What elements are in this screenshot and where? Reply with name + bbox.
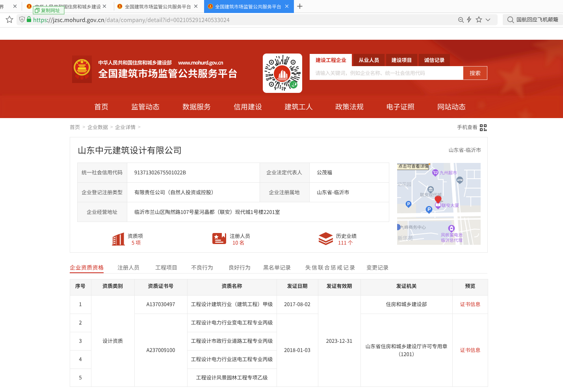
svg-text:P: P bbox=[427, 207, 431, 212]
svg-text:P: P bbox=[407, 202, 410, 206]
svg-text:ATM: ATM bbox=[457, 179, 463, 181]
